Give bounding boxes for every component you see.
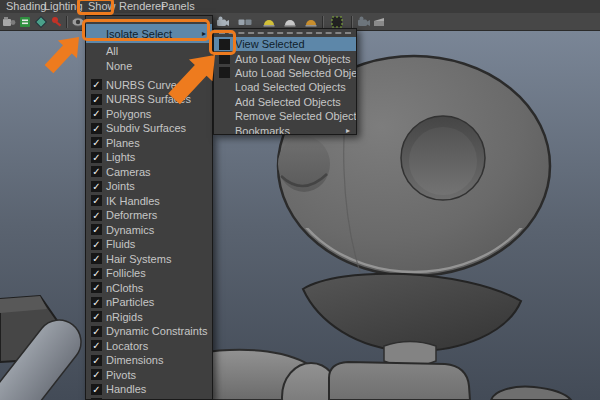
camera-tool-icon[interactable] [2,15,16,29]
menu-item-label: Follicles [106,267,146,279]
tearoff-handle[interactable] [219,32,351,36]
menubar-item-renderer[interactable]: Renderer [119,0,165,13]
toolbar-divider [66,16,68,28]
robot-torso [329,362,470,400]
menu-item-none[interactable]: None [86,58,212,73]
menu-item-label: nRigids [106,311,143,323]
show-menu-item-nurbs-curves[interactable]: ✓NURBS Curves [86,78,212,93]
checkbox-icon[interactable] [219,53,230,64]
checkbox-icon[interactable] [219,39,230,50]
show-menu-item-pivots[interactable]: ✓Pivots [86,368,212,383]
stereo-camera-icon[interactable] [238,15,252,29]
checkmark-icon: ✓ [91,108,102,119]
show-menu-item-dynamic-constraints[interactable]: ✓Dynamic Constraints [86,324,212,339]
head-side-indent [278,136,330,192]
show-menu-item-cameras[interactable]: ✓Cameras [86,165,212,180]
show-menu-item-lights[interactable]: ✓Lights [86,150,212,165]
grease-pencil-icon[interactable] [18,15,32,29]
menu-item-label: Fluids [106,238,135,250]
menu-item-label: None [106,60,132,72]
checkmark-icon: ✓ [91,282,102,293]
checkmark-icon: ✓ [91,94,102,105]
checkmark-icon: ✓ [91,224,102,235]
submenu-item-auto-load-selected-objects[interactable]: Auto Load Selected Objects [214,66,356,80]
film-gate-icon[interactable] [50,15,64,29]
submenu-item-add-selected-objects[interactable]: Add Selected Objects [214,95,356,109]
shadows-icon[interactable] [330,15,344,29]
menu-item-label: IK Handles [106,195,160,207]
menu-item-label: Dimensions [106,354,163,366]
show-menu-item-joints[interactable]: ✓Joints [86,179,212,194]
show-menu-item-ncloths[interactable]: ✓nCloths [86,281,212,296]
menu-item-isolate-select[interactable]: Isolate Select ▸ [86,24,212,43]
show-menu-item-planes[interactable]: ✓Planes [86,136,212,151]
show-menu-item-subdiv-surfaces[interactable]: ✓Subdiv Surfaces [86,121,212,136]
menu-item-label: Locators [106,340,148,352]
menu-item-label: Deformers [106,209,157,221]
menu-item-label: Handles [106,383,146,395]
camera-icon[interactable] [216,15,230,29]
submenu-item-bookmarks[interactable]: Bookmarks▸ [214,123,356,135]
checkmark-icon: ✓ [91,268,102,279]
textured-view-icon[interactable] [357,15,371,29]
submenu-item-remove-selected-objects[interactable]: Remove Selected Objects [214,109,356,123]
menu-item-label: Dynamic Constraints [106,325,207,337]
submenu-item-auto-load-new-objects[interactable]: Auto Load New Objects [214,51,356,65]
submenu-arrow-icon: ▸ [346,126,350,135]
panel-menubar: Shading Lighting Show Renderer Panels [0,0,600,13]
checkmark-icon: ✓ [91,384,102,395]
isolate-eye-icon[interactable] [71,15,85,29]
all-lights-icon[interactable] [304,15,318,29]
menu-item-label: Pivots [106,369,136,381]
show-menu-item-nrigids[interactable]: ✓nRigids [86,310,212,325]
menu-item-all[interactable]: All [86,43,212,58]
checkmark-icon: ✓ [91,79,102,90]
menu-item-label: Polygons [106,108,151,120]
show-menu-item-follicles[interactable]: ✓Follicles [86,266,212,281]
show-menu-item-dynamics[interactable]: ✓Dynamics [86,223,212,238]
menubar-item-shading[interactable]: Shading [6,0,46,13]
show-menu-item-locators[interactable]: ✓Locators [86,339,212,354]
robot-eye [409,127,477,195]
checkmark-icon: ✓ [91,152,102,163]
show-menu-item-partial[interactable]: ✓ [86,397,212,400]
tearoff-handle[interactable] [91,19,207,23]
submenu-item-view-selected[interactable]: View Selected [214,37,356,51]
show-menu-item-hair-systems[interactable]: ✓Hair Systems [86,252,212,267]
show-menu-item-dimensions[interactable]: ✓Dimensions [86,353,212,368]
menu-item-label: Cameras [106,166,151,178]
toolbar-divider [351,16,353,28]
menu-item-label: Add Selected Objects [235,96,341,108]
checkmark-icon: ✓ [91,253,102,264]
show-menu-item-deformers[interactable]: ✓Deformers [86,208,212,223]
menu-item-label: Lights [106,151,135,163]
default-light-icon[interactable] [262,15,276,29]
show-menu-item-nurbs-surfaces[interactable]: ✓NURBS Surfaces [86,92,212,107]
checkmark-icon: ✓ [91,123,102,134]
menu-item-label: Bookmarks [235,125,290,135]
show-menu-item-polygons[interactable]: ✓Polygons [86,107,212,122]
show-menu-item-nparticles[interactable]: ✓nParticles [86,295,212,310]
menu-item-label: NURBS Surfaces [106,93,191,105]
playblast-icon[interactable] [372,15,386,29]
checkmark-icon: ✓ [91,195,102,206]
show-menu-item-fluids[interactable]: ✓Fluids [86,237,212,252]
menubar-item-show[interactable]: Show [88,0,116,13]
show-menu-item-handles[interactable]: ✓Handles [86,382,212,397]
menu-item-label: Remove Selected Objects [235,110,357,122]
menu-item-label: Dynamics [106,224,154,236]
checkmark-icon: ✓ [91,210,102,221]
show-menu-item-ik-handles[interactable]: ✓IK Handles [86,194,212,209]
checkbox-icon[interactable] [219,67,230,78]
menu-item-label: Isolate Select [106,28,172,40]
checkmark-icon: ✓ [91,239,102,250]
submenu-item-load-selected-objects[interactable]: Load Selected Objects [214,80,356,94]
image-plane-icon[interactable] [34,15,48,29]
flat-light-icon[interactable] [283,15,297,29]
checkbox-spacer [219,111,230,122]
checkmark-icon: ✓ [91,355,102,366]
menu-item-label: NURBS Curves [106,79,182,91]
menubar-item-panels[interactable]: Panels [161,0,195,13]
checkmark-icon: ✓ [91,326,102,337]
menubar-item-lighting[interactable]: Lighting [44,0,83,13]
